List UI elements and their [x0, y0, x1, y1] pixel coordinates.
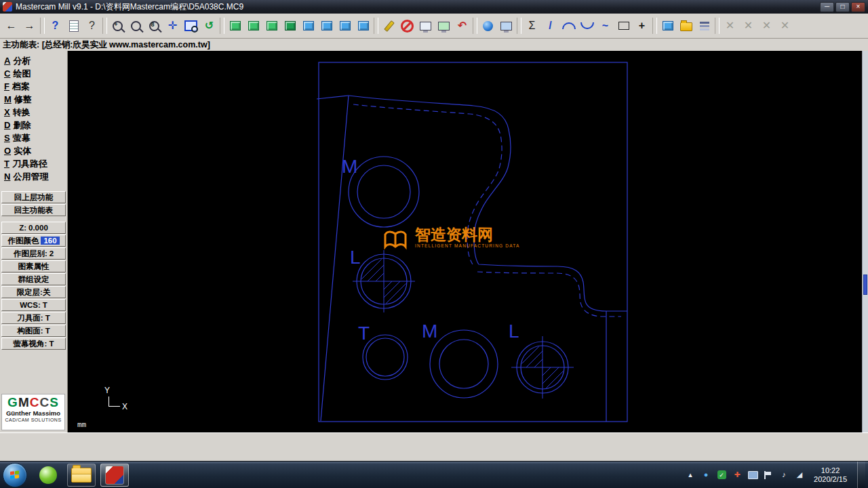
plus-icon[interactable]: + [633, 17, 651, 35]
sidebar-item-analyze[interactable]: A分析 [0, 54, 67, 67]
gmccs-letter: C [39, 395, 50, 409]
mastercam-icon [105, 466, 124, 485]
gview-iso-icon[interactable] [281, 17, 299, 35]
spline-icon[interactable]: ~ [596, 17, 614, 35]
sidebar-item-solids[interactable]: O实体 [0, 144, 67, 157]
safety-shield-icon[interactable] [716, 470, 727, 481]
help-icon[interactable]: ? [46, 17, 64, 35]
context-help-icon[interactable]: ? [83, 17, 101, 35]
sidebar-item-nc-utils[interactable]: N公用管理 [0, 170, 67, 183]
axis-x-line [108, 406, 120, 407]
taskbar-clock[interactable]: 10:22 2020/2/15 [814, 466, 847, 484]
sidebar-item-create[interactable]: C绘图 [0, 67, 67, 80]
watermark: 智造资料网 INTELLIGENT MANUFACTURING DATA [381, 226, 519, 253]
undo-icon[interactable]: ↶ [453, 17, 471, 35]
layers-icon[interactable] [695, 17, 713, 35]
start-button[interactable] [3, 463, 27, 487]
graphics-viewport[interactable]: M L T M L 智造资料网 INTELLIGENT MANUFACTURIN… [68, 51, 868, 432]
gmccs-letter: G [7, 395, 18, 409]
surface-display-icon[interactable] [497, 17, 515, 35]
screen-blank-icon[interactable] [416, 17, 435, 35]
watermark-logo-icon [381, 226, 410, 253]
file-open-icon[interactable] [677, 17, 695, 35]
window-controls: ─ □ × [820, 2, 865, 12]
sidebar-field-wcs[interactable]: WCS:T [1, 299, 66, 311]
shading-icon[interactable] [479, 17, 497, 35]
axis-y-label: Y [104, 386, 110, 395]
update-icon[interactable]: ✚ [732, 470, 743, 481]
backup-menu-button[interactable]: 回上层功能 [1, 191, 66, 203]
sidebar-field-draw-level[interactable]: 作图层别:2 [1, 247, 66, 260]
gview-side-icon[interactable] [262, 17, 281, 35]
hole-label-m2: M [422, 321, 437, 342]
gview-front-icon[interactable] [244, 17, 262, 35]
main-menu-sidebar: A分析C绘图F档案M修整X转换D删除S萤幕O实体T刀具路径N公用管理 回上层功能… [0, 51, 68, 432]
notepad-icon[interactable] [64, 17, 83, 35]
clock-time: 10:22 [814, 466, 847, 475]
sidebar-field-construction-plane[interactable]: 构图面:T [1, 325, 66, 337]
close-button[interactable]: × [851, 2, 865, 12]
sidebar-field-group-settings[interactable]: 群组设定 [1, 273, 66, 285]
minimize-button[interactable]: ─ [820, 2, 834, 12]
zoom-in-icon[interactable]: + [108, 17, 127, 35]
taskbar-browser-icon[interactable] [34, 464, 62, 487]
rectangle-icon[interactable] [614, 17, 633, 35]
toolpath-dashed-contour [353, 104, 621, 317]
scrollbar-thumb[interactable] [863, 274, 867, 295]
browser-icon [39, 466, 57, 484]
toolbar-separator [715, 18, 719, 34]
ime-icon[interactable]: ● [701, 470, 711, 481]
taskbar-mastercam-icon[interactable] [100, 464, 129, 487]
delete-icon[interactable] [398, 17, 416, 35]
arc-down-icon[interactable] [578, 17, 596, 35]
cview-iso-icon[interactable] [354, 17, 372, 35]
sidebar-field-graphics-view[interactable]: 萤幕视角:T [1, 338, 66, 350]
brush-icon[interactable] [380, 17, 398, 35]
forward-arrow-icon[interactable]: → [20, 17, 39, 35]
sidebar-item-toolpaths[interactable]: T刀具路径 [0, 157, 67, 170]
show-desktop-button[interactable] [857, 462, 865, 488]
explorer-icon [71, 468, 92, 483]
repaint-icon[interactable]: ↺ [200, 17, 218, 35]
zoom-scale-icon[interactable]: 8 [145, 17, 163, 35]
sidebar-field-tool-plane[interactable]: 刀具面:T [1, 312, 66, 324]
gview-top-icon[interactable] [226, 17, 244, 35]
line-icon[interactable]: / [541, 17, 559, 35]
right-scrollbar[interactable] [862, 51, 868, 432]
taskbar-explorer-icon[interactable] [67, 464, 96, 487]
cview-front-icon[interactable] [317, 17, 336, 35]
volume-icon[interactable]: ♪ [778, 470, 789, 481]
hole-label-l2: L [509, 321, 519, 342]
sidebar-item-xform[interactable]: X转换 [0, 106, 67, 119]
taskbar: ▴●✚♪◢ 10:22 2020/2/15 [0, 461, 868, 488]
hidden-icons-arrow-icon[interactable]: ▴ [685, 470, 696, 481]
pan-icon[interactable]: ✛ [163, 17, 182, 35]
maximize-button[interactable]: □ [835, 2, 850, 12]
main-menu-button[interactable]: 回主功能表 [1, 204, 66, 216]
gmccs-letter: S [50, 395, 59, 409]
display-icon[interactable] [747, 470, 758, 481]
zoom-window-icon[interactable] [127, 17, 145, 35]
sidebar-field-z-depth[interactable]: Z:0.000 [1, 222, 66, 234]
sidebar-field-level-limit[interactable]: 限定层:关 [1, 286, 66, 298]
toolbar-separator [517, 18, 521, 34]
calculator-icon[interactable]: Σ [523, 17, 541, 35]
sidebar-item-delete[interactable]: D删除 [0, 119, 67, 131]
sidebar-item-modify[interactable]: M修整 [0, 93, 67, 106]
sidebar-item-file[interactable]: F档案 [0, 80, 67, 93]
screen-redraw-icon[interactable] [435, 17, 453, 35]
arc-icon[interactable] [559, 17, 578, 35]
cview-top-icon[interactable] [299, 17, 317, 35]
gmccs-letter: C [30, 395, 40, 409]
fit-screen-icon[interactable] [182, 17, 200, 35]
cview-side-icon[interactable] [336, 17, 354, 35]
sidebar-field-draw-color[interactable]: 作图颜色160 [1, 235, 66, 247]
hole-label-t1: T [358, 323, 370, 344]
sidebar-item-screen[interactable]: S萤幕 [0, 131, 67, 144]
network-icon[interactable]: ◢ [794, 470, 805, 481]
back-arrow-icon[interactable]: ← [2, 17, 20, 35]
sidebar-field-entity-attributes[interactable]: 图素属性 [1, 260, 66, 272]
xform-icon[interactable] [658, 17, 677, 35]
gmccs-subtitle: CAD/CAM SOLUTIONS [2, 417, 64, 423]
action-center-flag-icon[interactable] [763, 470, 774, 481]
